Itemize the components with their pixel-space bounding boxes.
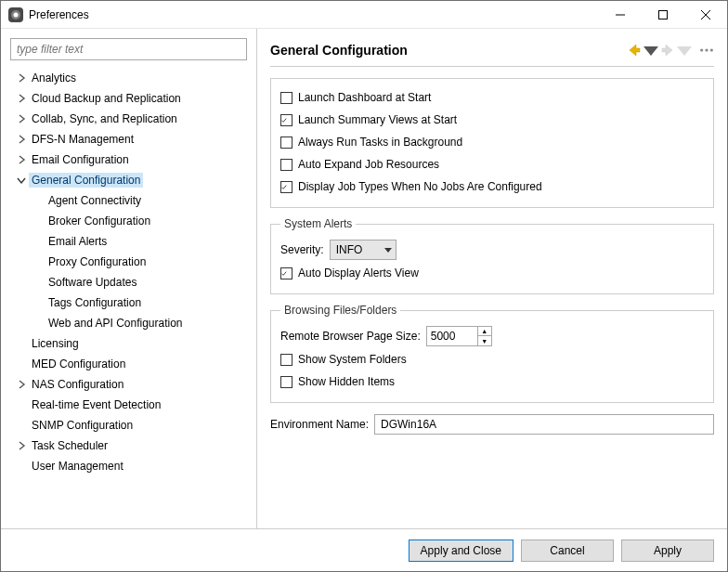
apply-button[interactable]: Apply	[621, 540, 714, 562]
system-alerts-group: System Alerts Severity: INFO	[270, 217, 714, 294]
tree-expand-icon[interactable]	[14, 438, 29, 453]
tree-item-label: Email Alerts	[46, 234, 110, 249]
browsing-group: Browsing Files/Folders Remote Browser Pa…	[270, 304, 714, 403]
tree-item-label: Analytics	[29, 71, 79, 85]
tree-expand-icon[interactable]	[14, 91, 29, 106]
tree-item[interactable]: Web and API Configuration	[8, 313, 253, 333]
tree-item[interactable]: Email Alerts	[8, 231, 253, 252]
form-area: Launch Dashboard at StartLaunch Summary …	[270, 74, 714, 528]
severity-label: Severity:	[280, 243, 324, 256]
tree-item[interactable]: SNMP Configuration	[8, 415, 253, 436]
general-option-checkbox[interactable]	[280, 159, 292, 171]
environment-name-input[interactable]	[374, 414, 714, 435]
tree-item-label: MED Configuration	[29, 357, 128, 371]
tree-item[interactable]: User Management	[8, 456, 253, 476]
tree-item[interactable]: Proxy Configuration	[8, 252, 253, 272]
tree-item[interactable]: Software Updates	[8, 272, 253, 292]
general-option-checkbox[interactable]	[280, 114, 292, 126]
general-option-label: Launch Summary Views at Start	[298, 113, 457, 126]
general-option-row[interactable]: Display Job Types When No Jobs Are Confi…	[280, 176, 704, 198]
environment-name-label: Environment Name:	[270, 418, 369, 431]
tree-item-label: Web and API Configuration	[46, 316, 186, 331]
tree-item-label: Real-time Event Detection	[29, 397, 163, 412]
show-hidden-items-checkbox[interactable]	[280, 376, 292, 388]
tree-item-label: Software Updates	[46, 275, 139, 290]
page-size-spinner[interactable]: ▲ ▼	[426, 326, 492, 346]
tree-expand-icon[interactable]	[14, 132, 29, 147]
back-icon[interactable]	[627, 43, 642, 58]
spinner-down-icon[interactable]: ▼	[478, 336, 491, 345]
tree-item[interactable]: Broker Configuration	[8, 211, 253, 231]
general-option-checkbox[interactable]	[280, 136, 292, 149]
tree-expand-icon[interactable]	[14, 111, 29, 126]
tree-spacer	[14, 397, 29, 412]
tree-spacer	[31, 193, 46, 208]
general-option-row[interactable]: Always Run Tasks in Background	[280, 131, 704, 153]
tree-spacer	[31, 295, 46, 310]
svg-rect-3	[659, 10, 668, 19]
general-option-row[interactable]: Auto Expand Job Resources	[280, 153, 704, 176]
tree-spacer	[31, 234, 46, 249]
view-menu-icon[interactable]	[699, 43, 714, 58]
content-header: General Configuration	[270, 38, 714, 62]
minimize-button[interactable]	[599, 1, 642, 29]
tree-collapse-icon[interactable]	[14, 173, 29, 188]
page-size-label: Remote Browser Page Size:	[280, 330, 421, 343]
tree-item-label: Agent Connectivity	[46, 193, 144, 208]
tree-item[interactable]: NAS Configuration	[8, 374, 253, 395]
sidebar: AnalyticsCloud Backup and ReplicationCol…	[1, 29, 257, 528]
spinner-up-icon[interactable]: ▲	[478, 327, 491, 336]
filter-input[interactable]	[10, 38, 247, 60]
svg-point-1	[14, 12, 19, 17]
tree-expand-icon[interactable]	[14, 71, 29, 85]
tree-expand-icon[interactable]	[14, 377, 29, 392]
show-hidden-items-row[interactable]: Show Hidden Items	[280, 370, 704, 393]
severity-select[interactable]: INFO	[330, 240, 397, 260]
general-option-row[interactable]: Launch Dashboard at Start	[280, 86, 704, 109]
back-menu-icon[interactable]	[644, 43, 658, 58]
tree-item[interactable]: Tags Configuration	[8, 292, 253, 313]
tree-item[interactable]: MED Configuration	[8, 354, 253, 374]
auto-display-alerts-row[interactable]: Auto Display Alerts View	[280, 262, 704, 284]
maximize-button[interactable]	[642, 1, 684, 29]
page-title: General Configuration	[270, 43, 408, 58]
forward-icon	[660, 43, 675, 58]
tree-item-label: SNMP Configuration	[29, 418, 136, 433]
tree-item[interactable]: General Configuration	[8, 170, 253, 190]
category-tree[interactable]: AnalyticsCloud Backup and ReplicationCol…	[5, 68, 253, 523]
apply-and-close-button[interactable]: Apply and Close	[409, 540, 514, 562]
tree-item[interactable]: Real-time Event Detection	[8, 395, 253, 415]
tree-item-label: Task Scheduler	[29, 438, 110, 453]
tree-item-label: Proxy Configuration	[46, 254, 149, 269]
environment-name-row: Environment Name:	[270, 412, 714, 436]
auto-display-alerts-checkbox[interactable]	[280, 267, 292, 280]
tree-item-label: User Management	[29, 459, 126, 474]
general-option-checkbox[interactable]	[280, 181, 292, 193]
tree-item[interactable]: Task Scheduler	[8, 436, 253, 456]
tree-spacer	[14, 336, 29, 351]
app-icon	[8, 7, 23, 22]
tree-spacer	[31, 214, 46, 228]
tree-spacer	[31, 275, 46, 290]
tree-item[interactable]: Analytics	[8, 68, 253, 88]
show-system-folders-row[interactable]: Show System Folders	[280, 348, 704, 370]
tree-item[interactable]: Licensing	[8, 333, 253, 354]
tree-expand-icon[interactable]	[14, 152, 29, 167]
tree-item[interactable]: Cloud Backup and Replication	[8, 88, 253, 109]
chevron-down-icon	[384, 243, 392, 256]
page-size-input[interactable]	[427, 327, 477, 345]
show-hidden-items-label: Show Hidden Items	[298, 375, 395, 388]
show-system-folders-checkbox[interactable]	[280, 354, 292, 366]
tree-item[interactable]: Email Configuration	[8, 150, 253, 170]
tree-item[interactable]: DFS-N Management	[8, 129, 253, 150]
show-system-folders-label: Show System Folders	[298, 353, 407, 366]
close-button[interactable]	[684, 1, 727, 29]
general-option-row[interactable]: Launch Summary Views at Start	[280, 109, 704, 131]
cancel-button[interactable]: Cancel	[521, 540, 614, 562]
dialog-footer: Apply and Close Cancel Apply	[1, 528, 727, 571]
svg-point-7	[705, 48, 708, 51]
general-option-checkbox[interactable]	[280, 92, 292, 104]
general-option-label: Always Run Tasks in Background	[298, 136, 462, 149]
tree-item[interactable]: Agent Connectivity	[8, 190, 253, 211]
tree-item[interactable]: Collab, Sync, and Replication	[8, 109, 253, 129]
